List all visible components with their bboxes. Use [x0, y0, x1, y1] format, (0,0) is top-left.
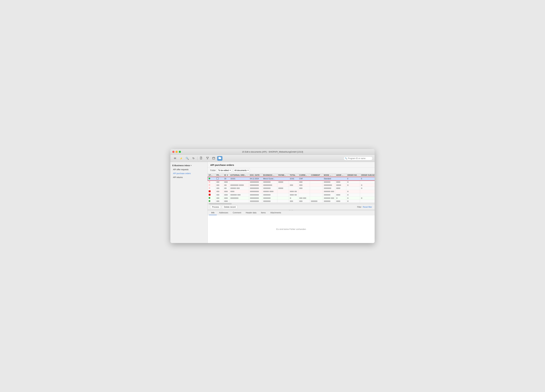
cell-cur — [298, 190, 310, 193]
table-row[interactable] — [208, 187, 375, 190]
cell-pr — [215, 187, 223, 190]
col-external-ord[interactable]: EXTERNAL ORD… ↕ — [229, 174, 249, 177]
cell-status — [208, 184, 215, 187]
tab-comment[interactable]: Comment — [230, 211, 243, 215]
svg-rect-5 — [212, 157, 215, 159]
col-comment[interactable]: COMMENT ↕ — [310, 174, 323, 177]
table-row[interactable] — [208, 197, 375, 200]
page-title: API purchase orders — [208, 162, 375, 168]
reset-filter-label[interactable]: Reset filter — [363, 206, 372, 208]
cell-ext — [229, 193, 249, 197]
col-pr[interactable]: PR… ↕ — [215, 174, 223, 177]
cell-ext — [229, 197, 249, 200]
minimize-button[interactable] — [176, 151, 178, 153]
table-row[interactable] — [208, 193, 375, 197]
search-icon: 🔍 — [186, 157, 189, 160]
cell-biz — [262, 193, 277, 197]
cell-ord — [346, 190, 360, 193]
search-button[interactable]: 🔍 — [185, 156, 190, 161]
table-row[interactable] — [208, 180, 375, 184]
tab-header-data[interactable]: Header data — [243, 211, 259, 215]
document-button[interactable] — [199, 156, 204, 161]
refresh-button[interactable]: ↻ — [191, 156, 196, 161]
documents-select[interactable]: All documents — [233, 168, 250, 172]
col-status[interactable]: ST… ↕ — [208, 174, 215, 177]
col-mode[interactable]: MODE … ↕ — [323, 174, 335, 177]
table-container[interactable]: ST… ↕ PR… ↕ ID ▼ EXTERNAL ORD… ↕ DOC. DA… — [208, 174, 375, 205]
cell-payment — [277, 177, 289, 180]
col-doc-date[interactable]: DOC. DATE ↕ — [249, 174, 262, 177]
cell-ext — [229, 190, 249, 193]
cell-pr — [215, 200, 223, 203]
cell-biz — [262, 180, 277, 184]
status-green-icon — [209, 178, 210, 179]
cell-id — [223, 193, 229, 197]
cell-com — [310, 193, 323, 197]
sidebar-section-label: E-Business inbox — [172, 164, 190, 167]
calendar-icon — [212, 157, 215, 160]
cell-ext — [229, 184, 249, 187]
col-payment[interactable]: PAYME… ↕ — [277, 174, 289, 177]
cell-id — [223, 184, 229, 187]
cell-doc-date: 04.12.2024 — [249, 177, 262, 180]
table-row[interactable] — [208, 190, 375, 193]
cell-com — [310, 180, 323, 184]
cell-cur — [298, 193, 310, 197]
col-order-sub-no[interactable]: ORDER SUB-NO. ↕ — [360, 174, 375, 177]
filter-bar: Folder To be edited All documents — [208, 168, 375, 174]
sidebar-item-api-returns[interactable]: API returns — [170, 175, 207, 179]
content-area: E-Business inbox ▾ API offer requests AP… — [170, 162, 375, 243]
cell-com — [310, 187, 323, 190]
col-addr[interactable]: ADDR … ↕ — [335, 174, 346, 177]
calendar-button[interactable] — [211, 156, 216, 161]
table-row[interactable]: 33 10101 04.12.2024 Menzi Guest… 10.81 C… — [208, 177, 375, 180]
col-order-no[interactable]: ORDER NO. ↕ — [346, 174, 360, 177]
program-search-input[interactable] — [343, 156, 373, 160]
maximize-button[interactable] — [179, 151, 181, 153]
cell-ord — [346, 187, 360, 190]
mail-button[interactable]: ✉ — [172, 156, 178, 161]
table-row[interactable] — [208, 200, 375, 203]
table-row[interactable] — [208, 184, 375, 187]
tab-items[interactable]: Items — [259, 211, 268, 215]
folder-button[interactable] — [217, 156, 223, 161]
cell-adr — [335, 193, 346, 197]
cell-cur — [298, 197, 310, 200]
cell-total: 10.81 — [289, 177, 298, 180]
tab-info[interactable]: Info — [209, 211, 217, 215]
cell-biz — [262, 190, 277, 193]
app-window: 15 Edit e-documents (API) - SHOPAPI_Webw… — [170, 149, 375, 243]
cell-biz — [262, 184, 277, 187]
col-currency[interactable]: CURRE… ↕ — [298, 174, 310, 177]
tab-attachments[interactable]: Attachments — [268, 211, 283, 215]
cell-cur — [298, 187, 310, 190]
main-area: API purchase orders Folder To be edited … — [208, 162, 375, 243]
cell-pr — [215, 177, 223, 180]
cell-tot — [289, 193, 298, 197]
cell-id — [223, 197, 229, 200]
sidebar-item-api-offer-requests[interactable]: API offer requests — [170, 168, 207, 172]
tab-addresses[interactable]: Addresses — [217, 211, 230, 215]
traffic-lights — [172, 151, 181, 153]
process-button[interactable]: Process — [210, 205, 221, 209]
filter-button[interactable] — [205, 156, 210, 161]
delete-record-button[interactable]: Delete record — [222, 205, 237, 209]
chevron-down-icon: ▾ — [191, 165, 192, 166]
lightning-button[interactable]: ⚡ — [179, 156, 184, 161]
cell-mod — [323, 200, 335, 203]
folder-select[interactable]: To be edited — [217, 168, 232, 172]
cell-adr — [335, 187, 346, 190]
col-total[interactable]: TOTAL ↕ — [289, 174, 298, 177]
sidebar-section-ebusiness[interactable]: E-Business inbox ▾ — [170, 163, 207, 168]
cell-date — [249, 193, 262, 197]
close-button[interactable] — [172, 151, 174, 153]
detail-content: Es sind keine Fehler vorhanden — [208, 215, 375, 243]
sidebar-item-api-purchase-orders[interactable]: API purchase orders — [170, 172, 207, 175]
cell-adr — [335, 190, 346, 193]
cell-adr — [335, 200, 346, 203]
cell-cur — [298, 184, 310, 187]
lightning-icon: ⚡ — [180, 157, 183, 160]
col-business[interactable]: BUSINESS … ↕ — [262, 174, 277, 177]
toolbar: ✉ ⚡ 🔍 ↻ — [170, 155, 375, 162]
col-id[interactable]: ID ▼ — [223, 174, 229, 177]
